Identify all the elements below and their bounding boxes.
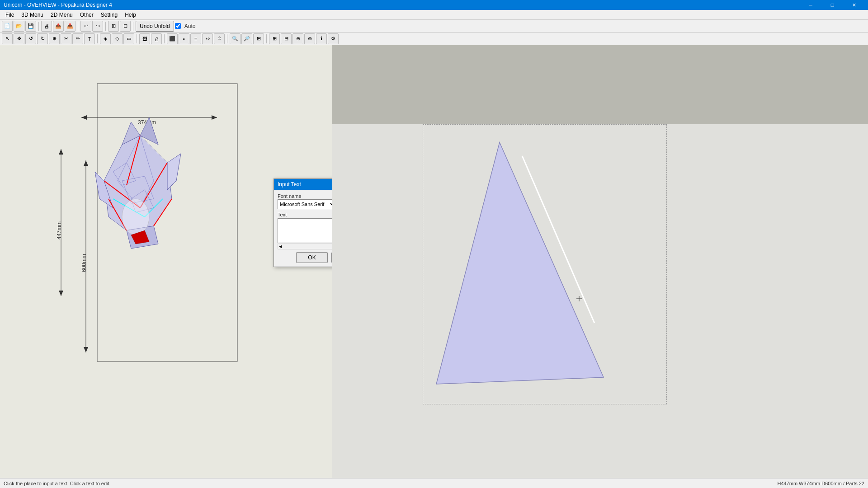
font-name-label: Font name [278, 193, 332, 199]
t2-flip[interactable]: ⇕ [214, 33, 225, 44]
sep4 [133, 22, 133, 31]
t2-sep5 [266, 34, 267, 43]
dialog-body: Font name Microsoft Sans Serif Size(pt) … [274, 190, 332, 267]
app-title: Unicorn - OVERVIEW - Pepakura Designer 4 [4, 2, 112, 8]
dialog-title: Input Text [278, 181, 301, 188]
t2-move[interactable]: ✥ [14, 33, 24, 44]
status-right: H447mm W374mm D600mm / Parts 22 [777, 481, 864, 486]
font-name-select[interactable]: Microsoft Sans Serif [278, 199, 332, 209]
status-bar: Click the place to input a text. Click a… [0, 478, 868, 488]
sep1 [38, 22, 39, 31]
sep3 [105, 22, 106, 31]
font-settings-row: Font name Microsoft Sans Serif Size(pt) … [278, 193, 332, 209]
sep2 [78, 22, 78, 31]
menu-other[interactable]: Other [76, 11, 97, 19]
t2-print2[interactable]: 🖨 [151, 33, 162, 44]
dialog-title-bar: Input Text ✕ [274, 179, 332, 190]
t2-group1[interactable]: ⊕ [292, 33, 303, 44]
input-text-dialog: Input Text ✕ Font name Microsoft Sans Se… [274, 178, 332, 267]
text-input[interactable] [278, 218, 332, 243]
text-label: Text [278, 212, 332, 217]
svg-point-34 [122, 199, 149, 235]
toolbar1: 📄 📂 💾 🖨 📤 📥 ↩ ↪ ⊞ ⊟ Undo Unfold Auto [0, 20, 868, 33]
t2-page[interactable]: ▭ [123, 33, 134, 44]
dialog-buttons: OK Cancel [278, 252, 332, 263]
t2-image[interactable]: 🖼 [139, 33, 150, 44]
left-panel[interactable]: 374mm 447mm 600mm [0, 45, 332, 478]
font-name-group: Font name Microsoft Sans Serif [278, 193, 332, 209]
t2-text[interactable]: T [84, 33, 95, 44]
svg-marker-36 [436, 142, 604, 384]
t2-scale[interactable]: ⊕ [49, 33, 60, 44]
menu-bar: File 3D Menu 2D Menu Other Setting Help [0, 10, 868, 20]
toolbar2: ↖ ✥ ↺ ↻ ⊕ ✂ ✏ T ◈ ◇ ▭ 🖼 🖨 ⬛ ▪ ≡ ⇔ ⇕ 🔍 🔎 … [0, 33, 868, 45]
window-controls: ─ □ ✕ [800, 0, 864, 10]
t2-sep1 [97, 34, 98, 43]
t2-rotate-cw[interactable]: ↻ [37, 33, 48, 44]
svg-text:447mm: 447mm [56, 221, 62, 239]
t2-rotate-ccw[interactable]: ↺ [25, 33, 36, 44]
t2-distribute[interactable]: ≡ [190, 33, 201, 44]
t2-grid[interactable]: ⊞ [269, 33, 280, 44]
toolbar-new[interactable]: 📄 [2, 21, 13, 32]
menu-file[interactable]: File [2, 11, 18, 19]
title-bar: Unicorn - OVERVIEW - Pepakura Designer 4… [0, 0, 868, 10]
toolbar-import[interactable]: 📥 [65, 21, 75, 32]
menu-setting[interactable]: Setting [97, 11, 121, 19]
t2-align-r[interactable]: ▪ [179, 33, 189, 44]
textarea-scrollbar-h[interactable]: ◀ ▶ [278, 243, 332, 249]
right-bottom-area [332, 124, 868, 478]
cursor-position [576, 296, 582, 301]
right-panel [332, 45, 868, 478]
menu-help[interactable]: Help [121, 11, 140, 19]
t2-zoom-out[interactable]: 🔎 [241, 33, 252, 44]
toolbar-view-2d[interactable]: ⊞ [108, 21, 119, 32]
toolbar-redo[interactable]: ↪ [92, 21, 103, 32]
menu-3d[interactable]: 3D Menu [18, 11, 47, 19]
t2-info[interactable]: ℹ [316, 33, 327, 44]
menu-2d[interactable]: 2D Menu [47, 11, 76, 19]
right-top-area [332, 45, 868, 124]
t2-fold-3d[interactable]: ◈ [100, 33, 111, 44]
t2-group2[interactable]: ⊗ [304, 33, 315, 44]
t2-cut[interactable]: ✂ [61, 33, 71, 44]
minimize-button[interactable]: ─ [800, 0, 821, 10]
t2-zoom-in[interactable]: 🔍 [230, 33, 241, 44]
t2-settings[interactable]: ⚙ [328, 33, 339, 44]
t2-select[interactable]: ↖ [2, 33, 13, 44]
t2-snap[interactable]: ⊟ [281, 33, 292, 44]
toolbar-export[interactable]: 📤 [53, 21, 64, 32]
t2-align-l[interactable]: ⬛ [167, 33, 178, 44]
maximize-button[interactable]: □ [822, 0, 843, 10]
svg-text:600mm: 600mm [81, 254, 87, 272]
toolbar-print[interactable]: 🖨 [41, 21, 52, 32]
t2-sep2 [137, 34, 137, 43]
cancel-button[interactable]: Cancel [331, 252, 332, 263]
close-button[interactable]: ✕ [844, 0, 864, 10]
t2-sep3 [164, 34, 165, 43]
toolbar-view-3d[interactable]: ⊟ [120, 21, 131, 32]
text-area-group: Text ▲ ▼ ◀ ▶ [278, 212, 332, 249]
t2-unfold[interactable]: ◇ [112, 33, 123, 44]
toolbar-open[interactable]: 📂 [14, 21, 24, 32]
auto-label: Auto [184, 23, 196, 29]
auto-checkbox[interactable] [175, 23, 181, 29]
triangle-shape [432, 138, 613, 386]
toolbar-save[interactable]: 💾 [25, 21, 36, 32]
undo-unfold-button[interactable]: Undo Unfold [136, 21, 174, 32]
toolbar-undo[interactable]: ↩ [80, 21, 91, 32]
t2-mirror[interactable]: ⇔ [202, 33, 213, 44]
t2-sep4 [227, 34, 227, 43]
status-left: Click the place to input a text. Click a… [4, 481, 111, 486]
ok-button[interactable]: OK [296, 252, 328, 263]
main-content: 374mm 447mm 600mm [0, 45, 868, 478]
t2-pen[interactable]: ✏ [72, 33, 83, 44]
t2-zoom-fit[interactable]: ⊞ [253, 33, 264, 44]
